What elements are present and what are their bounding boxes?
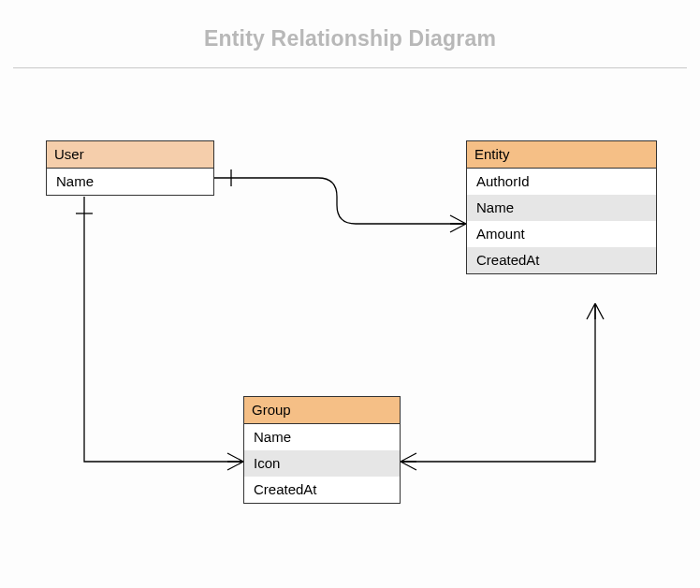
erd-entity-entity[interactable]: Entity AuthorId Name Amount CreatedAt: [466, 140, 657, 274]
entity-field: Amount: [467, 221, 656, 247]
entity-field: Icon: [244, 450, 400, 477]
erd-entity-group[interactable]: Group Name Icon CreatedAt: [243, 396, 401, 504]
entity-header: Entity: [467, 141, 656, 169]
erd-entity-user[interactable]: User Name: [46, 140, 214, 196]
entity-field: AuthorId: [467, 169, 656, 195]
entity-field: Name: [244, 424, 400, 450]
cardinality-many-icon: [401, 453, 416, 470]
rel-user-entity: [214, 178, 466, 224]
title-divider: [13, 67, 687, 68]
entity-field: CreatedAt: [467, 247, 656, 273]
entity-header: Group: [244, 397, 400, 424]
rel-user-group: [84, 197, 243, 462]
cardinality-many-icon: [450, 215, 466, 232]
cardinality-many-icon: [587, 303, 604, 319]
entity-field: Name: [47, 169, 213, 195]
entity-field: CreatedAt: [244, 477, 400, 503]
diagram-title: Entity Relationship Diagram: [0, 26, 700, 51]
entity-field: Name: [467, 195, 656, 221]
rel-entity-group: [401, 303, 595, 462]
entity-header: User: [47, 141, 213, 169]
cardinality-many-icon: [227, 453, 243, 470]
